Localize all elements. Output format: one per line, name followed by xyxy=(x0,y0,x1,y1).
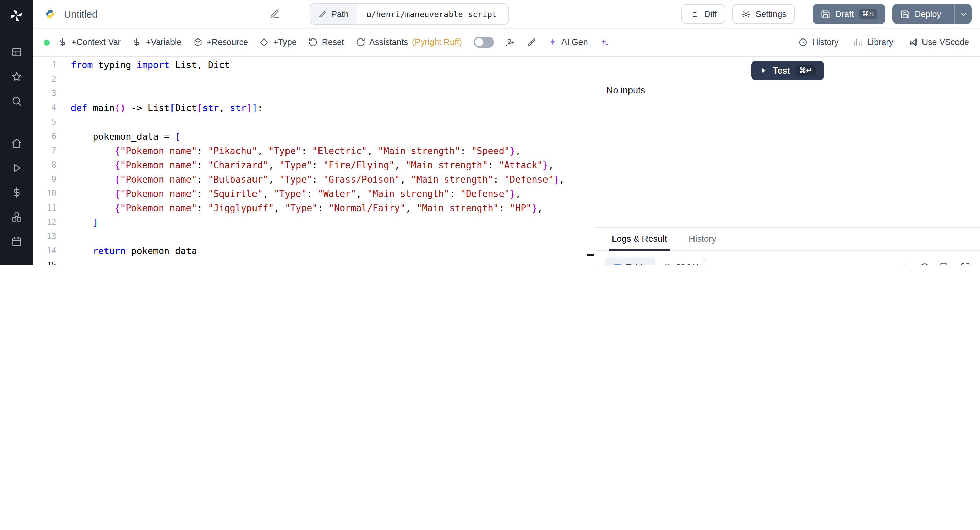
view-toggle: Table {} JSON xyxy=(605,257,707,265)
code-line: 6 pokemon_data = [ xyxy=(33,129,595,144)
copy-icon[interactable] xyxy=(940,262,950,265)
deploy-icon xyxy=(900,9,910,19)
home-icon xyxy=(11,137,22,149)
sidebar xyxy=(0,0,33,265)
diff-button[interactable]: Diff xyxy=(681,4,726,24)
code-line: 13 xyxy=(33,230,595,244)
sidebar-apps-button[interactable] xyxy=(5,42,28,62)
deploy-dropdown-button[interactable] xyxy=(954,4,972,24)
windmill-logo-icon xyxy=(9,8,24,23)
sidebar-runs-button[interactable] xyxy=(5,157,28,178)
sidebar-resources-button[interactable] xyxy=(5,206,28,227)
test-button[interactable]: Test ⌘↵ xyxy=(752,61,824,80)
code-line: 1from typing import List, Dict xyxy=(33,58,595,72)
deploy-button[interactable]: Deploy xyxy=(892,4,972,24)
line-number: 2 xyxy=(33,72,71,86)
add-variable-button[interactable]: +Variable xyxy=(132,37,181,47)
line-number: 14 xyxy=(33,244,71,258)
app-logo[interactable] xyxy=(6,5,27,26)
view-toggle-table[interactable]: Table xyxy=(606,258,655,265)
add-context-var-button[interactable]: +Context Var xyxy=(58,37,121,47)
pencil-icon xyxy=(318,10,326,18)
code-line: 4def main() -> List[Dict[str, str]]: xyxy=(33,101,595,115)
test-shortcut-badge: ⌘↵ xyxy=(795,66,816,76)
star-icon xyxy=(11,70,22,82)
assistants-label[interactable]: Assistants (Pyright Ruff) xyxy=(356,37,462,47)
windmill-app: Untitled Path u/henri/maneuverable_scrip… xyxy=(0,0,980,265)
library-bars-icon xyxy=(854,37,863,47)
gear-icon xyxy=(741,9,751,19)
code-line: 8 {"Pokemon name": "Charizard", "Type": … xyxy=(33,158,595,172)
save-icon xyxy=(821,9,830,19)
format-code-button[interactable] xyxy=(527,37,536,47)
line-number: 9 xyxy=(33,172,71,187)
library-button[interactable]: Library xyxy=(854,37,893,47)
add-resource-button[interactable]: +Resource xyxy=(193,37,248,47)
edit-title-button[interactable] xyxy=(269,9,279,19)
multiplayer-button[interactable] xyxy=(506,37,515,47)
line-number: 12 xyxy=(33,215,71,230)
sidebar-schedules-button[interactable] xyxy=(5,231,28,251)
sparkle-icon xyxy=(548,37,557,47)
code-line: 15 xyxy=(33,258,595,265)
table-grid-icon xyxy=(613,263,622,265)
sidebar-search-button[interactable] xyxy=(5,91,28,111)
refresh-icon xyxy=(356,37,365,47)
code-line: 2 xyxy=(33,72,595,86)
dollar-icon xyxy=(58,37,67,47)
code-line: 12 ] xyxy=(33,215,595,230)
download-result-icon[interactable] xyxy=(899,262,909,265)
line-number: 15 xyxy=(33,258,71,265)
play-icon xyxy=(11,162,22,173)
path-input[interactable]: u/henri/maneuverable_script xyxy=(358,4,509,24)
line-number: 3 xyxy=(33,86,71,101)
code-line: 3 xyxy=(33,86,595,101)
code-line: 9 {"Pokemon name": "Bulbasaur", "Type": … xyxy=(33,172,595,187)
line-number: 10 xyxy=(33,187,71,201)
code-editor[interactable]: 1from typing import List, Dict234def mai… xyxy=(33,57,595,265)
reset-icon xyxy=(308,37,318,47)
settings-button[interactable]: Settings xyxy=(733,4,795,24)
sidebar-favorites-button[interactable] xyxy=(5,66,28,86)
calendar-icon xyxy=(11,235,22,247)
view-toggle-json[interactable]: {} JSON xyxy=(655,258,706,265)
script-title: Untitled xyxy=(64,8,97,19)
line-number: 13 xyxy=(33,230,71,244)
sidebar-variables-button[interactable] xyxy=(5,182,28,202)
line-number: 4 xyxy=(33,101,71,115)
test-area: Test ⌘↵ No inputs xyxy=(595,57,980,227)
info-icon[interactable] xyxy=(920,262,930,265)
sidebar-home-button[interactable] xyxy=(5,133,28,153)
use-vscode-button[interactable]: Use VScode xyxy=(908,37,969,47)
editor-toolbar: +Context Var +Variable +Resource +Type R… xyxy=(33,29,980,57)
type-icon xyxy=(259,37,269,47)
reset-button[interactable]: Reset xyxy=(308,37,344,47)
line-number: 1 xyxy=(33,58,71,72)
history-button[interactable]: History xyxy=(799,37,839,47)
boxes-icon xyxy=(11,211,22,222)
add-type-button[interactable]: +Type xyxy=(259,37,297,47)
line-number: 5 xyxy=(33,115,71,129)
code-line: 14 return pokemon_data xyxy=(33,244,595,258)
path-control[interactable]: Path u/henri/maneuverable_script xyxy=(309,3,509,24)
python-logo-icon xyxy=(45,9,55,19)
line-number: 8 xyxy=(33,158,71,172)
ai-gen-button[interactable]: AI Gen xyxy=(548,37,588,47)
path-label[interactable]: Path xyxy=(310,4,357,24)
assistants-toggle[interactable] xyxy=(474,37,494,48)
tab-history[interactable]: History xyxy=(678,228,727,250)
expand-icon[interactable] xyxy=(960,262,970,265)
package-icon xyxy=(193,37,202,47)
results-body: Table {} JSON xyxy=(595,251,980,265)
tab-logs-result[interactable]: Logs & Result xyxy=(601,228,678,250)
pencil-icon xyxy=(269,9,279,19)
main-area: Untitled Path u/henri/maneuverable_scrip… xyxy=(33,0,980,265)
apps-grid-icon xyxy=(11,46,22,57)
line-number: 11 xyxy=(33,201,71,215)
results-tabs: Logs & Result History xyxy=(595,228,980,251)
sparkles-icon xyxy=(600,37,609,47)
ai-sparkles-button[interactable] xyxy=(600,37,609,47)
content-split: 1from typing import List, Dict234def mai… xyxy=(33,57,980,265)
draft-button[interactable]: Draft ⌘S xyxy=(813,4,885,24)
line-number: 7 xyxy=(33,144,71,158)
